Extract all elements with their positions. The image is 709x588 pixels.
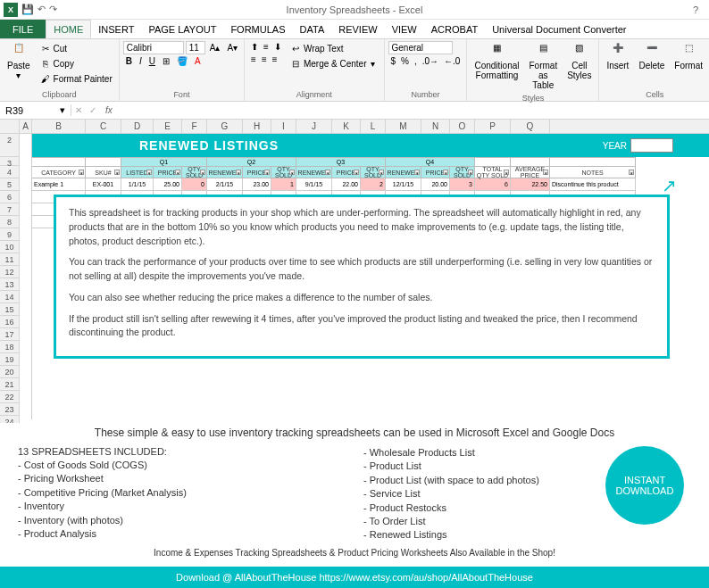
cell-styles-button[interactable]: ▧Cell Styles (563, 41, 595, 92)
filter-icon[interactable]: ▾ (79, 170, 84, 175)
underline-button[interactable]: U (146, 55, 158, 67)
hdr-renew4[interactable]: RENEWED▾ (386, 166, 421, 178)
qat-undo-icon[interactable]: ↶ (38, 4, 46, 15)
cell-qty1[interactable]: 0 (182, 178, 207, 191)
cell-renew4[interactable]: 12/1/15 (386, 178, 421, 191)
hdr-total[interactable]: TOTAL QTY SOLD▾ (475, 166, 511, 178)
col-q[interactable]: Q (511, 120, 550, 133)
cell-renew2[interactable]: 2/1/15 (207, 178, 243, 191)
row-19[interactable]: 19 (0, 353, 20, 366)
row-11[interactable]: 11 (0, 253, 20, 266)
col-c[interactable]: C (86, 120, 121, 133)
fx-icon[interactable]: fx (100, 105, 118, 115)
tab-pagelayout[interactable]: PAGE LAYOUT (141, 20, 223, 38)
row-21[interactable]: 21 (0, 378, 20, 391)
cell-qty2[interactable]: 1 (271, 178, 296, 191)
hdr-price3[interactable]: PRICE▾ (332, 166, 361, 178)
font-size-select[interactable]: 11 (186, 41, 205, 54)
decrease-font-button[interactable]: A▾ (224, 41, 240, 54)
col-i[interactable]: I (271, 120, 296, 133)
row-5[interactable]: 5 (0, 178, 20, 191)
row-23[interactable]: 23 (0, 403, 20, 416)
font-name-select[interactable]: Calibri (123, 41, 184, 54)
hdr-price4[interactable]: PRICE▾ (421, 166, 450, 178)
row-17[interactable]: 17 (0, 328, 20, 341)
col-g[interactable]: G (207, 120, 243, 133)
cell-price3[interactable]: 22.00 (332, 178, 361, 191)
hdr-sku[interactable]: SKU#▾ (86, 166, 121, 178)
row-10[interactable]: 10 (0, 241, 20, 253)
border-button[interactable]: ⊞ (160, 55, 172, 67)
hdr-renew3[interactable]: RENEWED▾ (296, 166, 332, 178)
tab-review[interactable]: REVIEW (331, 20, 384, 38)
help-icon[interactable]: ? (693, 4, 698, 15)
merge-center-button[interactable]: ⊟Merge & Center▾ (287, 56, 380, 70)
increase-decimal-button[interactable]: .0→ (420, 55, 441, 67)
format-painter-button[interactable]: 🖌Format Painter (37, 71, 115, 86)
tab-view[interactable]: VIEW (385, 20, 424, 38)
row-13[interactable]: 13 (0, 278, 20, 291)
cell-notes[interactable]: Discontinue this product (550, 178, 636, 191)
delete-cells-button[interactable]: ➖Delete (635, 41, 668, 88)
format-as-table-button[interactable]: ▤Format as Table (525, 41, 561, 92)
percent-button[interactable]: % (398, 55, 412, 67)
increase-font-button[interactable]: A▴ (207, 41, 223, 54)
tab-udc[interactable]: Universal Document Converter (485, 20, 633, 38)
col-j[interactable]: J (296, 120, 332, 133)
hdr-avg[interactable]: AVERAGE PRICE▾ (511, 166, 550, 178)
table-row[interactable]: Example 1 EX-001 1/1/15 25.00 0 2/1/15 2… (32, 178, 709, 191)
col-n[interactable]: N (421, 120, 450, 133)
align-middle-button[interactable]: ≡ (261, 41, 271, 53)
select-all-corner[interactable] (0, 120, 20, 133)
hdr-notes[interactable]: NOTES▾ (550, 166, 636, 178)
cell-avg[interactable]: 22.50 (511, 178, 550, 191)
cell-qty3[interactable]: 2 (361, 178, 386, 191)
comma-button[interactable]: , (412, 55, 420, 67)
align-bottom-button[interactable]: ⬇ (271, 41, 284, 53)
cell-price4[interactable]: 20.00 (421, 178, 450, 191)
font-color-button[interactable]: A (192, 55, 204, 67)
col-m[interactable]: M (386, 120, 421, 133)
tab-acrobat[interactable]: ACROBAT (424, 20, 485, 38)
row-20[interactable]: 20 (0, 366, 20, 378)
row-8[interactable]: 8 (0, 216, 20, 228)
conditional-formatting-button[interactable]: ▦Conditional Formatting (471, 41, 522, 92)
hdr-price2[interactable]: PRICE▾ (243, 166, 271, 178)
row-2[interactable]: 2 (0, 134, 20, 157)
row-15[interactable]: 15 (0, 303, 20, 316)
formula-input[interactable] (118, 105, 709, 116)
cell-listed1[interactable]: 1/1/15 (121, 178, 154, 191)
year-input[interactable] (630, 138, 673, 153)
col-b[interactable]: B (32, 120, 86, 133)
cell-price2[interactable]: 23.00 (243, 178, 271, 191)
hdr-qty4[interactable]: QTY SOLD▾ (450, 166, 475, 178)
cell-sku[interactable]: EX-001 (86, 178, 121, 191)
fill-color-button[interactable]: 🪣 (174, 55, 190, 67)
cell-price1[interactable]: 25.00 (154, 178, 182, 191)
cell-total[interactable]: 6 (475, 178, 511, 191)
hdr-qty3[interactable]: QTY SOLD▾ (361, 166, 386, 178)
wrap-text-button[interactable]: ↩Wrap Text (287, 41, 380, 55)
tab-data[interactable]: DATA (293, 20, 332, 38)
bold-button[interactable]: B (123, 55, 135, 67)
align-top-button[interactable]: ⬆ (248, 41, 261, 53)
col-h[interactable]: H (243, 120, 271, 133)
cell-qty4[interactable]: 3 (450, 178, 475, 191)
tab-home[interactable]: HOME (46, 20, 91, 38)
col-d[interactable]: D (121, 120, 154, 133)
row-22[interactable]: 22 (0, 391, 20, 403)
currency-button[interactable]: $ (388, 55, 399, 67)
hdr-price1[interactable]: PRICE▾ (154, 166, 182, 178)
paste-button[interactable]: 📋Paste▾ (4, 41, 34, 88)
align-right-button[interactable]: ≡ (270, 54, 280, 65)
col-k[interactable]: K (332, 120, 361, 133)
tab-formulas[interactable]: FORMULAS (223, 20, 292, 38)
tab-insert[interactable]: INSERT (91, 20, 141, 38)
decrease-decimal-button[interactable]: ←.0 (441, 55, 463, 67)
align-center-button[interactable]: ≡ (259, 54, 270, 65)
row-9[interactable]: 9 (0, 228, 20, 241)
row-12[interactable]: 12 (0, 266, 20, 278)
hdr-renew2[interactable]: RENEWED▾ (207, 166, 243, 178)
cell-renew3[interactable]: 9/1/15 (296, 178, 332, 191)
insert-cells-button[interactable]: ➕Insert (603, 41, 632, 88)
